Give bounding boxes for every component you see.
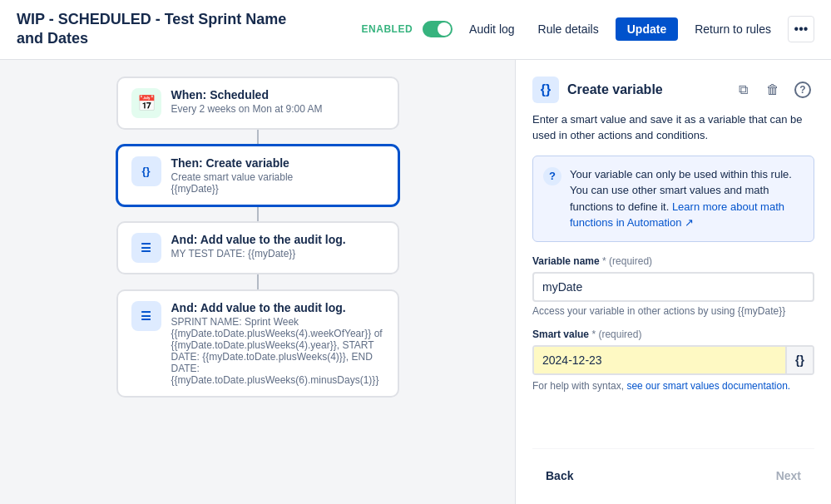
- next-button: Next: [763, 462, 814, 489]
- field-help: For help with syntax, see our smart valu…: [532, 380, 814, 392]
- panel-icon: {}: [532, 77, 559, 103]
- audit-log-link[interactable]: Audit log: [462, 17, 521, 41]
- smart-values-doc-link[interactable]: see our smart values documentation.: [626, 380, 790, 392]
- more-options-button[interactable]: •••: [788, 16, 814, 42]
- return-to-rules-link[interactable]: Return to rules: [688, 17, 778, 41]
- calendar-icon: 📅: [131, 88, 161, 118]
- audit-2-subtitle: SPRINT NAME: Sprint Week {{myDate.toDate…: [171, 316, 384, 386]
- audit-2-title: And: Add value to the audit log.: [171, 301, 384, 314]
- variable-name-required: * (required): [602, 255, 652, 267]
- flow-node-audit-1[interactable]: ☰ And: Add value to the audit log. MY TE…: [116, 221, 399, 274]
- smart-value-row: {}: [532, 345, 814, 375]
- duplicate-icon: ⧉: [739, 82, 748, 97]
- scheduled-subtitle: Every 2 weeks on Mon at 9:00 AM: [171, 103, 384, 115]
- audit-1-content: And: Add value to the audit log. MY TEST…: [171, 233, 384, 259]
- info-box: ? Your variable can only be used within …: [532, 156, 814, 242]
- info-icon: ?: [543, 167, 561, 185]
- panel-header: {} Create variable ⧉ 🗑 ?: [532, 77, 814, 103]
- create-variable-title: Then: Create variable: [171, 156, 384, 170]
- flow-diagram: 📅 When: Scheduled Every 2 weeks on Mon a…: [0, 60, 515, 504]
- smart-value-input[interactable]: [534, 347, 785, 373]
- variable-name-input[interactable]: [532, 272, 814, 302]
- smart-value-label: Smart value * (required): [532, 329, 814, 340]
- header-actions: ENABLED Audit log Rule details Update Re…: [362, 16, 814, 42]
- panel-actions: ⧉ 🗑 ?: [731, 78, 814, 101]
- duplicate-button[interactable]: ⧉: [731, 78, 754, 101]
- create-variable-content: Then: Create variable Create smart value…: [171, 156, 384, 195]
- ellipsis-icon: •••: [794, 22, 809, 37]
- audit-icon-1: ☰: [131, 233, 161, 263]
- create-variable-value: {{myDate}}: [171, 183, 384, 195]
- flow-node-create-variable[interactable]: {} Then: Create variable Create smart va…: [116, 145, 399, 206]
- rule-details-link[interactable]: Rule details: [532, 17, 606, 41]
- audit-1-title: And: Add value to the audit log.: [171, 233, 384, 246]
- connector-1: [257, 130, 259, 145]
- audit-2-content: And: Add value to the audit log. SPRINT …: [171, 301, 384, 386]
- panel-description: Enter a smart value and save it as a var…: [532, 111, 814, 144]
- audit-1-subtitle: MY TEST DATE: {{myDate}}: [171, 248, 384, 259]
- right-panel: {} Create variable ⧉ 🗑 ? Enter a smart v…: [515, 60, 831, 504]
- enabled-toggle[interactable]: [423, 21, 453, 37]
- help-button[interactable]: ?: [791, 78, 814, 101]
- info-text: Your variable can only be used within th…: [570, 166, 804, 231]
- smart-value-required: * (required): [591, 329, 641, 340]
- scheduled-node-content: When: Scheduled Every 2 weeks on Mon at …: [171, 88, 384, 115]
- help-icon: ?: [794, 82, 811, 98]
- connector-3: [257, 274, 259, 289]
- flow-node-scheduled[interactable]: 📅 When: Scheduled Every 2 weeks on Mon a…: [116, 77, 399, 130]
- audit-icon-2: ☰: [131, 301, 161, 331]
- page-title: WIP - SCHEDULED - Test Sprint Name and D…: [17, 10, 349, 49]
- variable-icon: {}: [131, 156, 161, 186]
- back-button[interactable]: Back: [532, 462, 586, 489]
- header: WIP - SCHEDULED - Test Sprint Name and D…: [0, 0, 831, 60]
- connector-2: [257, 206, 259, 221]
- panel-title: Create variable: [567, 82, 723, 97]
- delete-button[interactable]: 🗑: [761, 78, 784, 101]
- panel-footer: Back Next: [532, 448, 814, 489]
- scheduled-title: When: Scheduled: [171, 88, 384, 101]
- create-variable-subtitle: Create smart value variable: [171, 171, 384, 183]
- update-button[interactable]: Update: [616, 17, 678, 41]
- enabled-label: ENABLED: [362, 23, 413, 35]
- smart-value-picker-button[interactable]: {}: [785, 347, 813, 373]
- variable-name-hint: Access your variable in other actions by…: [532, 305, 814, 317]
- variable-name-label: Variable name * (required): [532, 255, 814, 267]
- main-layout: 📅 When: Scheduled Every 2 weeks on Mon a…: [0, 60, 831, 504]
- trash-icon: 🗑: [766, 82, 779, 97]
- flow-node-audit-2[interactable]: ☰ And: Add value to the audit log. SPRIN…: [116, 289, 399, 398]
